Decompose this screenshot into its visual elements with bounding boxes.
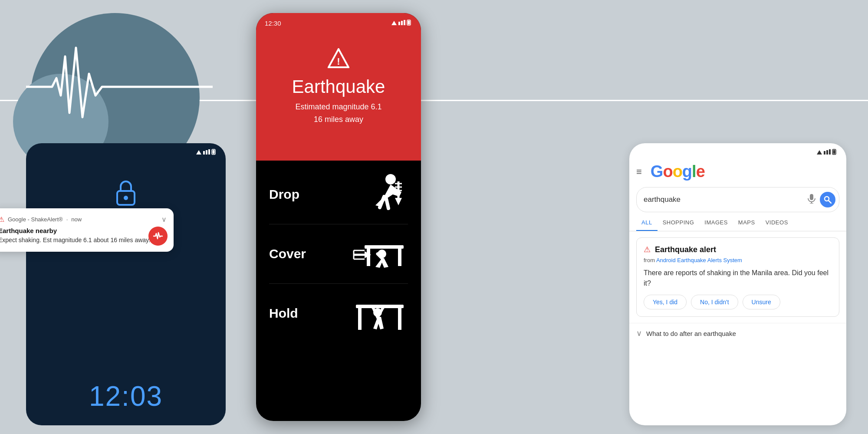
- svg-rect-38: [824, 151, 825, 155]
- svg-point-7: [124, 196, 128, 200]
- hold-label: Hold: [269, 306, 298, 321]
- search-bar[interactable]: earthquake: [636, 187, 839, 212]
- warning-icon: ⚠: [0, 215, 4, 224]
- svg-rect-11: [404, 20, 405, 25]
- expand-icon: ∨: [636, 329, 642, 338]
- notif-pulse-icon: [148, 227, 168, 246]
- notif-header: ⚠ Google - ShakeAlert® · now ∨: [0, 215, 167, 224]
- notif-chevron-icon[interactable]: ∨: [161, 215, 167, 224]
- earthquake-alert-card: ⚠ Earthquake alert from Android Earthqua…: [636, 237, 839, 317]
- svg-rect-33: [398, 308, 401, 330]
- unsure-button[interactable]: Unsure: [743, 295, 780, 309]
- eq-alert-body: There are reports of shaking in the Mani…: [644, 268, 832, 289]
- search-input[interactable]: earthquake: [644, 195, 803, 204]
- svg-rect-22: [365, 245, 404, 249]
- svg-rect-5: [213, 150, 215, 154]
- svg-rect-32: [358, 308, 362, 330]
- mic-icon[interactable]: [808, 194, 815, 206]
- notif-title: Earthquake nearby: [0, 227, 167, 234]
- svg-rect-39: [826, 150, 828, 155]
- notif-source: Google - ShakeAlert®: [8, 216, 63, 223]
- phone-left-time: 12:03: [89, 380, 163, 412]
- alert-subtitle-2: 16 miles away: [314, 113, 363, 126]
- svg-rect-31: [356, 305, 404, 308]
- hamburger-icon[interactable]: ≡: [636, 166, 642, 178]
- svg-rect-10: [401, 21, 403, 25]
- tab-all[interactable]: ALL: [636, 215, 658, 231]
- notification-card: ⚠ Google - ShakeAlert® · now ∨ Earthquak…: [0, 208, 174, 252]
- phone-middle: 12:30 ! Earthquake Estimated magnitude 6…: [256, 13, 421, 421]
- svg-rect-1: [203, 151, 205, 155]
- svg-rect-2: [206, 150, 207, 155]
- earthquake-alert-panel: ! Earthquake Estimated magnitude 6.1 16 …: [256, 13, 421, 161]
- notif-time: now: [71, 216, 82, 223]
- svg-rect-43: [810, 194, 813, 200]
- tab-maps[interactable]: MAPS: [733, 215, 760, 231]
- yes-button[interactable]: Yes, I did: [644, 295, 687, 309]
- svg-point-36: [381, 305, 385, 309]
- svg-rect-24: [398, 249, 401, 266]
- svg-marker-37: [817, 150, 822, 155]
- notif-dot: ·: [66, 216, 68, 223]
- eq-alert-warning-icon: ⚠: [644, 245, 651, 254]
- eq-alert-source-link[interactable]: Android Earthquake Alerts System: [656, 257, 742, 263]
- tab-videos[interactable]: VIDEOS: [760, 215, 793, 231]
- expand-row[interactable]: ∨ What to do after an earthquake: [629, 323, 846, 343]
- instruction-drop: Drop: [269, 165, 408, 224]
- eq-alert-source: from Android Earthquake Alerts System: [644, 257, 832, 263]
- alert-triangle-icon: !: [328, 48, 349, 72]
- instruction-hold: Hold: [269, 284, 408, 343]
- svg-rect-9: [398, 22, 400, 25]
- phone-right-status: [629, 143, 846, 159]
- notif-header-left: ⚠ Google - ShakeAlert® · now: [0, 215, 82, 224]
- svg-point-16: [385, 174, 396, 184]
- instruction-cover: Cover: [269, 224, 408, 284]
- cover-label: Cover: [269, 247, 306, 261]
- expand-label: What to do after an earthquake: [646, 330, 736, 337]
- tab-shopping[interactable]: SHOPPING: [658, 215, 700, 231]
- tab-images[interactable]: IMAGES: [699, 215, 733, 231]
- left-section: 12:03 ⚠ Google - ShakeAlert® · now ∨ Ear…: [0, 0, 252, 434]
- svg-marker-8: [391, 21, 397, 25]
- svg-rect-13: [408, 21, 410, 25]
- eq-response-buttons: Yes, I did No, I didn't Unsure: [644, 295, 832, 309]
- svg-rect-23: [367, 249, 370, 266]
- notif-body: Expect shaking. Est magnitude 6.1 about …: [0, 236, 167, 245]
- search-button[interactable]: [820, 192, 835, 207]
- no-button[interactable]: No, I didn't: [691, 295, 738, 309]
- search-tabs: ALL SHOPPING IMAGES MAPS VIDEOS: [629, 215, 846, 231]
- seismo-waveform: [26, 39, 213, 135]
- svg-line-47: [829, 201, 831, 203]
- google-logo: Google: [651, 162, 705, 181]
- svg-marker-0: [196, 150, 201, 155]
- phone-left: 12:03: [26, 143, 226, 425]
- phone-left-status: [26, 143, 226, 161]
- svg-rect-40: [829, 149, 831, 155]
- eq-alert-header: ⚠ Earthquake alert: [644, 245, 832, 254]
- svg-text:!: !: [337, 56, 340, 67]
- svg-rect-42: [833, 150, 835, 154]
- phone-right: ≡ Google earthquake: [629, 143, 846, 425]
- google-header: ≡ Google: [629, 159, 846, 184]
- mid-time: 12:30: [265, 20, 281, 27]
- svg-rect-3: [208, 149, 210, 155]
- drop-label: Drop: [269, 187, 299, 202]
- instructions-panel: Drop Cover: [256, 161, 421, 352]
- alert-title: Earthquake: [292, 76, 385, 97]
- eq-alert-title: Earthquake alert: [655, 245, 716, 254]
- alert-subtitle-1: Estimated magnitude 6.1: [295, 101, 381, 113]
- svg-point-35: [371, 305, 375, 309]
- svg-marker-18: [395, 198, 402, 205]
- phone-mid-status: 12:30: [256, 13, 421, 33]
